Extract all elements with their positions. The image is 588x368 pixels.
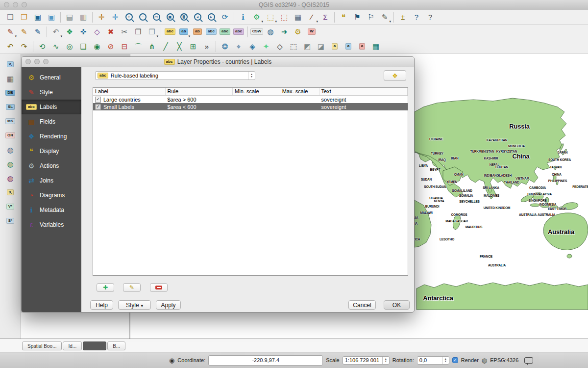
panel-tab-4[interactable]: B... <box>107 342 125 350</box>
pan-to-selection-button[interactable]: ✛ <box>109 11 122 24</box>
add-spatialite-layer-button[interactable]: SL <box>4 101 17 113</box>
save-project-button[interactable]: ▣ <box>31 11 44 24</box>
add-vector-layer-button[interactable]: V, <box>4 58 17 71</box>
csw-search-button[interactable]: CSW <box>250 26 263 38</box>
auto-label-settings-button[interactable]: ❖ <box>384 70 406 81</box>
paste-features-button[interactable]: ❒▾ <box>146 26 158 38</box>
cut-features-button[interactable]: ✂ <box>118 26 131 38</box>
zoom-in-button[interactable]: + <box>122 11 135 24</box>
new-project-button[interactable]: ❏ <box>4 11 17 24</box>
coordinate-capture-icon[interactable]: ◉ <box>169 357 174 364</box>
column-header-min-scale[interactable]: Min. scale <box>233 88 280 95</box>
ok-button[interactable]: OK <box>384 300 410 310</box>
split-features-button[interactable]: ╱ <box>159 40 172 53</box>
fill-ring-button[interactable]: ◉ <box>91 40 103 53</box>
zoom-to-selection-button[interactable]: ▣ <box>164 11 176 24</box>
zoom-full-button[interactable]: ▭ <box>150 11 163 24</box>
map-tips-button[interactable]: ❝ <box>337 11 350 24</box>
add-feature-button[interactable]: ❖ <box>63 26 76 38</box>
pin-unpin-labels-button[interactable]: ab▾ <box>177 26 190 38</box>
rollback-edits-button[interactable]: ↶▾ <box>49 26 62 38</box>
add-wfs-layer-button[interactable]: ◍ <box>4 172 17 184</box>
redo-button[interactable]: ↷ <box>18 40 30 53</box>
rule-checkbox[interactable]: ✓ <box>95 97 101 103</box>
delete-selected-button[interactable]: ✖ <box>104 26 117 38</box>
column-header-rule[interactable]: Rule <box>166 88 233 95</box>
coordinate-input[interactable] <box>208 355 323 366</box>
panel-tab-2[interactable]: Id... <box>63 342 82 350</box>
remove-rule-button[interactable] <box>150 283 168 292</box>
georeferencer-button[interactable]: ⌖ <box>232 40 245 53</box>
composer-manager-button[interactable]: ▥ <box>77 11 90 24</box>
messages-icon[interactable] <box>524 357 533 364</box>
show-bookmarks-button[interactable]: ⚐ <box>365 11 377 24</box>
dialog-minimize-button[interactable] <box>34 59 40 64</box>
sidebar-item-joins[interactable]: ⇄Joins <box>22 173 81 188</box>
sidebar-item-diagrams[interactable]: ◔Diagrams <box>22 188 81 203</box>
current-edits-button[interactable]: ✎▾ <box>4 26 17 38</box>
add-ring-button[interactable]: ◎ <box>63 40 76 53</box>
wkt-import-button[interactable]: W <box>305 26 318 38</box>
crs-status-icon[interactable]: ◍ <box>482 357 487 364</box>
highlight-pinned-labels-button[interactable]: ab <box>191 26 204 38</box>
statistical-summary-button[interactable]: Σ <box>319 11 332 24</box>
dashed-select-button[interactable]: ⬚ <box>287 40 300 53</box>
text-annotation-button[interactable]: ✎▾ <box>378 11 391 24</box>
rotate-label-button[interactable]: abc <box>219 26 231 38</box>
new-bookmark-button[interactable]: ⚑ <box>351 11 364 24</box>
deselect-features-button[interactable]: ⬚ <box>278 11 291 24</box>
processing-options-button[interactable]: ⚙ <box>292 26 304 38</box>
close-button[interactable] <box>4 2 9 7</box>
sidebar-item-style[interactable]: ✎Style <box>22 85 81 100</box>
label-tool-a-button[interactable]: a <box>328 40 341 53</box>
sidebar-item-fields[interactable]: ▦Fields <box>22 114 81 129</box>
help-button[interactable]: Help <box>90 300 113 310</box>
sidebar-item-metadata[interactable]: ℹMetadata <box>22 203 81 217</box>
change-label-button[interactable]: abc <box>232 26 245 38</box>
simplify-feature-button[interactable]: ∿ <box>49 40 62 53</box>
scale-combo[interactable]: 1:106 729 001 <box>343 356 390 365</box>
column-header-max-scale[interactable]: Max. scale <box>280 88 319 95</box>
delete-ring-button[interactable]: ⊘ <box>104 40 117 53</box>
new-spatialite-layer-button[interactable]: S* <box>4 214 17 227</box>
style-menu-button[interactable]: Style <box>118 300 151 310</box>
zoom-last-button[interactable]: ◂ <box>191 11 204 24</box>
add-wcs-layer-button[interactable]: ◍ <box>4 158 17 170</box>
add-part-button[interactable]: ❑ <box>77 40 90 53</box>
identify-features-button[interactable]: ℹ <box>237 11 249 24</box>
apply-button[interactable]: Apply <box>156 300 181 310</box>
new-print-composer-button[interactable]: ▤ <box>63 11 76 24</box>
checkerboard-tool-button[interactable]: ◇ <box>273 40 286 53</box>
offset-curve-button[interactable]: ⌒ <box>132 40 145 53</box>
refresh-map-button[interactable]: ⟳ <box>219 11 231 24</box>
raster-align-button[interactable]: ▦ <box>369 40 382 53</box>
copy-features-button[interactable]: ❒ <box>132 26 145 38</box>
measure-button[interactable]: ∕▾ <box>305 11 318 24</box>
rotate-feature-button[interactable]: ⟲ <box>36 40 49 53</box>
split-parts-button[interactable]: ╳ <box>173 40 186 53</box>
zoom-out-button[interactable]: − <box>136 11 149 24</box>
toggle-editing-button[interactable]: ✎ <box>18 26 30 38</box>
epsg-label[interactable]: EPSG:4326 <box>490 357 518 363</box>
sidebar-item-rendering[interactable]: ❖Rendering <box>22 129 81 144</box>
whats-this-button[interactable]: ? <box>424 11 437 24</box>
rule-checkbox[interactable]: ✓ <box>95 104 101 110</box>
more-edit-tools-button[interactable]: » <box>200 40 213 53</box>
select-features-button[interactable]: ⬚▾ <box>264 11 277 24</box>
open-project-button[interactable]: ❐ <box>18 11 30 24</box>
add-wms-layer-button[interactable]: ◍ <box>4 143 17 156</box>
add-oracle-layer-button[interactable]: OR <box>4 129 17 142</box>
sidebar-item-variables[interactable]: εVariables <box>22 217 81 232</box>
metasearch-button[interactable]: ◍ <box>264 26 277 38</box>
layer-labeling-options-button[interactable]: abc <box>164 26 176 38</box>
rule-row[interactable]: ✓Small Labels$area < 600sovereignt <box>93 103 408 110</box>
label-tool-b-button[interactable]: a <box>342 40 355 53</box>
rotation-spinner[interactable]: 0,0 <box>417 356 449 365</box>
field-calculator-button[interactable]: ± <box>396 11 409 24</box>
touch-zoom-button[interactable]: ◈ <box>246 40 259 53</box>
pan-map-button[interactable]: ✛ <box>95 11 108 24</box>
sidebar-item-labels[interactable]: abcLabels <box>22 100 81 114</box>
rule-row[interactable]: ✓Large countries$area > 600sovereignt <box>93 96 408 103</box>
new-shapefile-layer-button[interactable]: V* <box>4 200 17 213</box>
open-attribute-table-button[interactable]: ▦ <box>292 11 304 24</box>
